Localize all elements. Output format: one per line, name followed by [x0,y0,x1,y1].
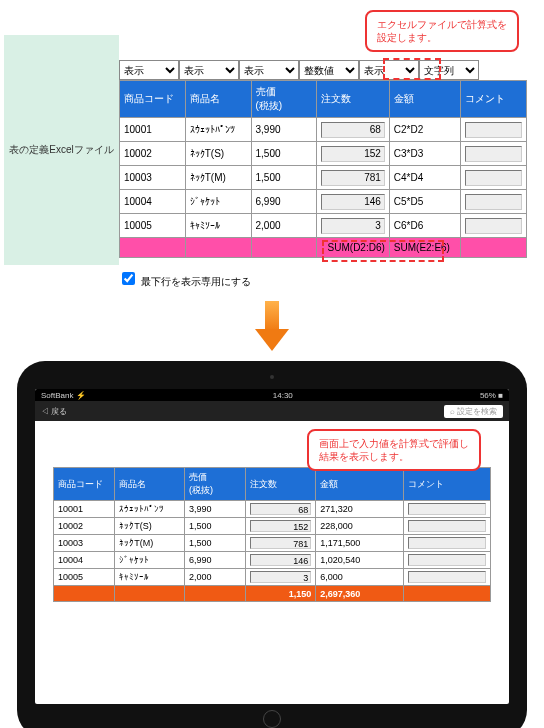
table-row: 10004 ｼﾞｬｹｯﾄ 6,990 146 1,020,540 [54,552,491,569]
cell-amount: C2*D2 [389,118,460,142]
cell-qty[interactable]: 3 [317,214,390,238]
cell: 2,000 [185,569,246,586]
last-row-display-only-checkbox[interactable]: 最下行を表示専用にする [118,276,251,287]
th-comment: コメント [461,81,527,118]
cell-qty[interactable]: 3 [246,569,316,586]
cell: ｼﾞｬｹｯﾄ [115,552,185,569]
cell-comment[interactable] [403,518,490,535]
cell-price: 2,000 [251,214,317,238]
status-carrier: SoftBank ⚡ [41,391,86,400]
cell: 10002 [54,518,115,535]
cell-amount: C6*D6 [389,214,460,238]
coltype-select-5[interactable]: 文字列 [419,60,479,80]
search-input[interactable]: ⌕ 設定を検索 [444,405,503,418]
cell: ｽｳｪｯﾄﾊﾟﾝﾂ [115,501,185,518]
cell-comment[interactable] [403,535,490,552]
cell-qty[interactable]: 146 [246,552,316,569]
cell: 3,990 [185,501,246,518]
cell-comment[interactable] [403,569,490,586]
th-name: 商品名 [185,81,251,118]
cell: 10005 [54,569,115,586]
th-code: 商品コード [120,81,186,118]
coltype-select-1[interactable]: 表示 [179,60,239,80]
sum-qty: SUM(D2:D6) [317,238,390,258]
cell-code: 10002 [120,142,186,166]
table-row: 10001 ｽｳｪｯﾄﾊﾟﾝﾂ 3,990 68 C2*D2 [120,118,527,142]
cell-price: 1,500 [251,166,317,190]
cell: 10003 [54,535,115,552]
cell-qty[interactable]: 68 [317,118,390,142]
column-type-row: 表示 表示 表示 整数値 表示 文字列 [119,60,527,80]
cell-code: 10005 [120,214,186,238]
cell-qty[interactable]: 152 [246,518,316,535]
cell-comment[interactable] [461,166,527,190]
cell-amount: 271,320 [316,501,403,518]
cell-qty[interactable]: 781 [317,166,390,190]
th-code: 商品コード [54,468,115,501]
cell-amount: C4*D4 [389,166,460,190]
cell: 1,500 [185,535,246,552]
cell-amount: 6,000 [316,569,403,586]
cell: ﾈｯｸT(S) [115,518,185,535]
cell-name: ｼﾞｬｹｯﾄ [185,190,251,214]
table-row: 10005 ｷｬﾐｿｰﾙ 2,000 3 6,000 [54,569,491,586]
checkbox-label: 最下行を表示専用にする [141,276,251,287]
cell: ﾈｯｸT(M) [115,535,185,552]
table-row: 10003 ﾈｯｸT(M) 1,500 781 1,171,500 [54,535,491,552]
th-amount: 金額 [389,81,460,118]
table-row: 10001 ｽｳｪｯﾄﾊﾟﾝﾂ 3,990 68 271,320 [54,501,491,518]
cell-comment[interactable] [403,552,490,569]
down-arrow-icon [0,293,544,361]
callout-line: 画面上で入力値を計算式で評価し [319,438,469,449]
th-price: 売価 (税抜) [185,468,246,501]
cell-amount: C3*D3 [389,142,460,166]
cell-name: ﾈｯｸT(M) [185,166,251,190]
cell-comment[interactable] [461,142,527,166]
total-amount: 2,697,360 [316,586,403,602]
th-qty: 注文数 [317,81,390,118]
coltype-select-0[interactable]: 表示 [119,60,179,80]
coltype-select-4[interactable]: 表示 [359,60,419,80]
cell-qty[interactable]: 781 [246,535,316,552]
cell-comment[interactable] [461,118,527,142]
table-row: 10002 ﾈｯｸT(S) 1,500 152 C3*D3 [120,142,527,166]
cell-code: 10001 [120,118,186,142]
cell-price: 1,500 [251,142,317,166]
cell-comment[interactable] [403,501,490,518]
status-battery: 56% ■ [480,391,503,400]
th-comment: コメント [403,468,490,501]
cell: 6,990 [185,552,246,569]
cell-amount: 228,000 [316,518,403,535]
app-toolbar: ◁ 戻る ⌕ 設定を検索 [35,401,509,421]
cell-qty[interactable]: 68 [246,501,316,518]
sum-amount: SUM(E2:E6) [389,238,460,258]
th-amount: 金額 [316,468,403,501]
cell-comment[interactable] [461,190,527,214]
tablet-mockup: SoftBank ⚡ 14:30 56% ■ ◁ 戻る ⌕ 設定を検索 画面上で… [17,361,527,728]
coltype-select-3[interactable]: 整数値 [299,60,359,80]
cell-amount: C5*D5 [389,190,460,214]
total-row: 1,150 2,697,360 [54,586,491,602]
status-time: 14:30 [273,391,293,400]
th-qty: 注文数 [246,468,316,501]
cell-name: ｽｳｪｯﾄﾊﾟﾝﾂ [185,118,251,142]
tablet-camera [270,375,274,379]
table-row: 10004 ｼﾞｬｹｯﾄ 6,990 146 C5*D5 [120,190,527,214]
cell-comment[interactable] [461,214,527,238]
status-bar: SoftBank ⚡ 14:30 56% ■ [35,389,509,401]
home-button[interactable] [263,710,281,728]
callout-excel-formula: エクセルファイルで計算式を 設定します。 [365,10,519,52]
cell-qty[interactable]: 152 [317,142,390,166]
callout-line: 設定します。 [377,32,437,43]
table-row: 10002 ﾈｯｸT(S) 1,500 152 228,000 [54,518,491,535]
coltype-select-2[interactable]: 表示 [239,60,299,80]
total-qty: 1,150 [246,586,316,602]
back-button[interactable]: ◁ 戻る [41,406,67,417]
cell-qty[interactable]: 146 [317,190,390,214]
cell-name: ｷｬﾐｿｰﾙ [185,214,251,238]
tablet-screen: SoftBank ⚡ 14:30 56% ■ ◁ 戻る ⌕ 設定を検索 画面上で… [35,389,509,704]
callout-result: 画面上で入力値を計算式で評価し 結果を表示します。 [307,429,481,471]
cell-amount: 1,171,500 [316,535,403,552]
table-row: 10005 ｷｬﾐｿｰﾙ 2,000 3 C6*D6 [120,214,527,238]
definition-table: 商品コード 商品名 売価 (税抜) 注文数 金額 コメント 10001 ｽｳｪｯ… [119,80,527,258]
